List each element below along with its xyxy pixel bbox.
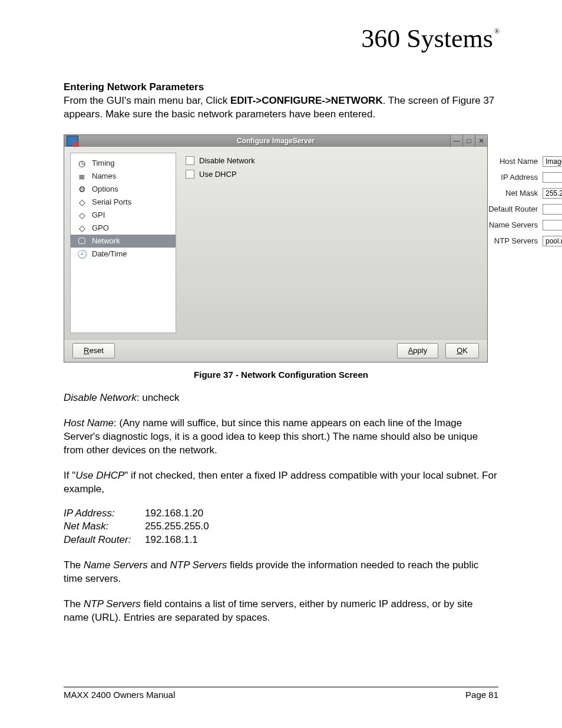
sidebar-item-serial-ports[interactable]: ◇Serial Ports	[71, 196, 176, 209]
section-heading: Entering Network Parameters	[64, 81, 498, 93]
checkbox-icon	[186, 170, 194, 179]
ipaddress-input[interactable]	[543, 172, 562, 183]
sidebar-nav: ◷Timing ≣Names ⚙Options ◇Serial Ports ◇G…	[70, 153, 176, 333]
sidebar-item-gpi[interactable]: ◇GPI	[71, 209, 176, 222]
footer-manual-name: MAXX 2400 Owners Manual	[64, 690, 175, 700]
window-title: Configure ImageServer	[64, 137, 487, 145]
use-dhcp-checkbox-row[interactable]: Use DHCP	[186, 170, 474, 179]
diamond-icon: ◇	[77, 223, 87, 233]
diamond-icon: ◇	[77, 197, 87, 207]
sidebar-item-options[interactable]: ⚙Options	[71, 183, 176, 196]
nameservers-input[interactable]	[543, 220, 562, 230]
window-minimize-button[interactable]: —	[450, 135, 462, 147]
brand-logo: 360 Systems®	[361, 24, 498, 54]
disable-note: Disable Network: uncheck	[64, 391, 498, 405]
sidebar-item-datetime[interactable]: 🕘Date/Time	[71, 248, 176, 261]
sidebar-item-names[interactable]: ≣Names	[71, 170, 176, 183]
gear-icon: ⚙	[77, 185, 87, 194]
ip-example-table: IP Address:192.168.1.20 Net Mask:255.255…	[64, 507, 498, 548]
monitor-icon: 🖵	[77, 236, 87, 246]
figure-wrapper: Configure ImageServer — □ ✕ ◷Timing ≣Nam…	[64, 134, 498, 380]
main-panel: Disable Network Use DHCP Host Name IP Ad…	[183, 153, 481, 333]
ipaddress-label: IP Address	[501, 173, 538, 182]
reset-button[interactable]: Reset	[72, 343, 115, 358]
dhcp-note: If "Use DHCP" if not checked, then enter…	[64, 469, 498, 496]
apply-button[interactable]: Apply	[397, 343, 439, 358]
window-close-button[interactable]: ✕	[475, 135, 487, 147]
calendar-clock-icon: 🕘	[77, 249, 87, 259]
figure-caption: Figure 37 - Network Configuration Screen	[64, 370, 498, 380]
hostname-input[interactable]	[543, 156, 562, 167]
router-input[interactable]	[543, 204, 562, 215]
footer-page-number: Page 81	[465, 690, 498, 700]
sidebar-item-gpo[interactable]: ◇GPO	[71, 222, 176, 235]
list-icon: ≣	[77, 172, 87, 181]
disable-network-checkbox-row[interactable]: Disable Network	[186, 156, 474, 165]
clock-icon: ◷	[77, 159, 87, 168]
hostname-note: Host Name: (Any name will suffice, but s…	[64, 417, 498, 457]
ntpservers-label: NTP Servers	[494, 236, 538, 245]
window-maximize-button[interactable]: □	[462, 135, 475, 147]
checkbox-icon	[186, 156, 194, 165]
sidebar-item-timing[interactable]: ◷Timing	[71, 157, 176, 170]
diamond-icon: ◇	[77, 210, 87, 220]
intro-paragraph: From the GUI's main menu bar, Click EDIT…	[64, 94, 498, 121]
ok-button[interactable]: OK	[445, 343, 479, 358]
hostname-label: Host Name	[500, 157, 538, 166]
window-titlebar: Configure ImageServer — □ ✕	[64, 135, 487, 147]
netmask-input[interactable]	[543, 188, 562, 199]
netmask-label: Net Mask	[505, 189, 538, 197]
router-label: Default Router	[488, 205, 538, 213]
nameservers-note: The Name Servers and NTP Servers fields …	[64, 559, 498, 586]
sidebar-item-network[interactable]: 🖵Network	[71, 235, 176, 248]
ntpservers-note: The NTP Servers field contains a list of…	[64, 598, 498, 625]
nameservers-label: Name Servers	[489, 220, 538, 229]
ntpservers-input[interactable]	[543, 236, 562, 246]
config-window: Configure ImageServer — □ ✕ ◷Timing ≣Nam…	[64, 134, 488, 363]
